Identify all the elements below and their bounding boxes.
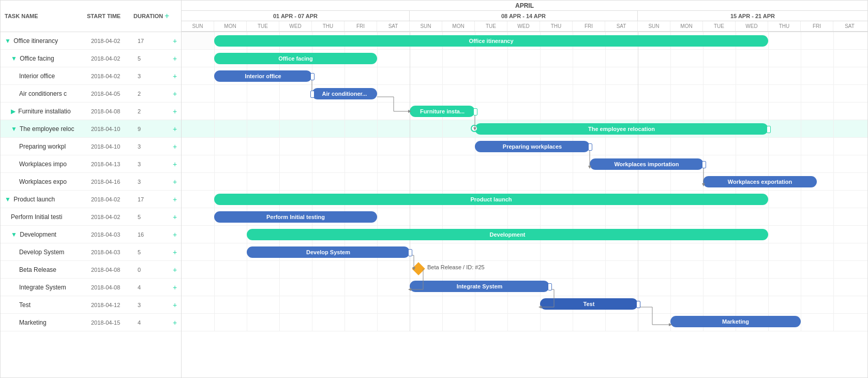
task-duration: 2 bbox=[138, 91, 169, 97]
task-start: 2018-04-02 bbox=[91, 214, 138, 220]
gantt-body: ▼ Office itinerancy 2018-04-02 17 + ▼ Of… bbox=[1, 32, 867, 377]
bar-handle[interactable] bbox=[588, 143, 592, 151]
bar-development[interactable]: Development bbox=[247, 229, 768, 240]
day-wed2: WED bbox=[507, 21, 540, 31]
day-fri3: FRI bbox=[801, 21, 833, 31]
task-row: Perform Initial testi 2018-04-02 5 + bbox=[1, 208, 181, 226]
right-panel: Office itinerancy Office facing Interior… bbox=[182, 32, 867, 377]
day-mon1: MON bbox=[214, 21, 247, 31]
task-start: 2018-04-02 bbox=[91, 55, 138, 62]
bar-test[interactable]: Test bbox=[540, 298, 638, 310]
add-task-button[interactable]: + bbox=[169, 37, 181, 45]
day-tue2: TUE bbox=[475, 21, 507, 31]
bar-handle[interactable] bbox=[636, 301, 640, 308]
bar-integrate-system[interactable]: Integrate System bbox=[410, 281, 549, 292]
add-task-button[interactable]: + bbox=[169, 160, 181, 168]
collapse-arrow[interactable]: ▶ bbox=[11, 108, 16, 115]
bar-preparing-workplaces[interactable]: Preparing workplaces bbox=[475, 141, 590, 152]
task-duration: 9 bbox=[138, 126, 169, 132]
grid-row bbox=[182, 296, 867, 314]
task-name: Beta Release bbox=[1, 266, 91, 273]
bar-handle[interactable] bbox=[408, 249, 412, 256]
day-thu3: THU bbox=[768, 21, 801, 31]
task-name: Test bbox=[1, 301, 91, 309]
task-start: 2018-04-08 bbox=[91, 267, 138, 273]
day-fri2: FRI bbox=[573, 21, 605, 31]
task-row: Integrate System 2018-04-08 4 + bbox=[1, 279, 181, 296]
add-task-button[interactable]: + bbox=[169, 90, 181, 98]
task-row: ▶ Furniture installatio 2018-04-08 2 + bbox=[1, 103, 181, 120]
day-thu1: THU bbox=[312, 21, 345, 31]
add-task-button[interactable]: + bbox=[169, 318, 181, 327]
bar-handle[interactable] bbox=[767, 126, 771, 133]
bar-air-conditioner[interactable]: Air conditioner... bbox=[312, 88, 377, 99]
task-name: Interior office bbox=[1, 72, 91, 80]
add-task-button[interactable]: + bbox=[169, 248, 181, 256]
bar-furniture-installation[interactable]: Furniture insta... bbox=[410, 106, 475, 117]
task-row: Beta Release 2018-04-08 0 + bbox=[1, 261, 181, 279]
bar-workplaces-importation[interactable]: Workplaces importation bbox=[590, 158, 704, 170]
left-panel-header: TASK NAME START TIME DURATION + bbox=[1, 1, 182, 32]
task-duration: 17 bbox=[138, 196, 169, 202]
bar-product-launch[interactable]: Product launch bbox=[214, 194, 768, 205]
gantt-container: TASK NAME START TIME DURATION + APRIL 01… bbox=[0, 0, 868, 378]
task-duration: 3 bbox=[138, 143, 169, 150]
task-duration: 5 bbox=[138, 55, 169, 62]
task-duration: 4 bbox=[138, 319, 169, 326]
task-start: 2018-04-08 bbox=[91, 108, 138, 114]
bar-handle[interactable] bbox=[548, 283, 552, 290]
add-task-button[interactable]: + bbox=[169, 54, 181, 63]
bar-handle[interactable] bbox=[310, 73, 315, 80]
task-duration: 16 bbox=[138, 231, 169, 238]
bar-handle[interactable] bbox=[702, 161, 706, 168]
bar-employee-relocation[interactable]: The employee relocation bbox=[475, 123, 768, 135]
bar-handle[interactable] bbox=[473, 108, 477, 115]
task-name: ▼ Development bbox=[1, 231, 91, 238]
add-task-button[interactable]: + bbox=[169, 72, 181, 80]
task-name: ▼ Product launch bbox=[1, 196, 91, 203]
milestone-circle bbox=[471, 125, 478, 132]
collapse-arrow[interactable]: ▼ bbox=[5, 196, 11, 203]
add-task-button[interactable]: + bbox=[169, 213, 181, 221]
bar-develop-system[interactable]: Develop System bbox=[247, 246, 410, 258]
task-start: 2018-04-08 bbox=[91, 284, 138, 290]
task-duration: 5 bbox=[138, 214, 169, 220]
task-duration: 2 bbox=[138, 108, 169, 114]
add-task-button[interactable]: + bbox=[169, 283, 181, 292]
task-row: Workplaces impo 2018-04-13 3 + bbox=[1, 155, 181, 173]
add-task-button[interactable]: + bbox=[169, 125, 181, 133]
task-row: ▼ Office itinerancy 2018-04-02 17 + bbox=[1, 32, 181, 50]
bar-workplaces-exportation[interactable]: Workplaces exportation bbox=[703, 176, 817, 187]
bar-office-facing[interactable]: Office facing bbox=[214, 53, 377, 64]
task-row: ▼ Development 2018-04-03 16 + bbox=[1, 226, 181, 243]
collapse-arrow[interactable]: ▼ bbox=[11, 125, 17, 133]
bar-handle[interactable] bbox=[310, 91, 315, 98]
collapse-arrow[interactable]: ▼ bbox=[11, 231, 17, 238]
add-task-button[interactable]: + bbox=[169, 178, 181, 186]
add-task-button[interactable]: + bbox=[169, 230, 181, 239]
week-label-2: 08 APR - 14 APR bbox=[410, 11, 638, 21]
day-sun3: SUN bbox=[638, 21, 670, 31]
add-task-button[interactable]: + bbox=[169, 266, 181, 274]
task-name: ▼ Office facing bbox=[1, 55, 91, 62]
day-mon2: MON bbox=[442, 21, 475, 31]
col-add-header[interactable]: + bbox=[164, 11, 177, 21]
bar-perform-initial-testing[interactable]: Perform Initial testing bbox=[214, 211, 377, 223]
add-task-button[interactable]: + bbox=[169, 107, 181, 115]
day-sun1: SUN bbox=[182, 21, 214, 31]
col-start-header: START TIME bbox=[87, 13, 133, 19]
task-name: Workplaces expo bbox=[1, 178, 91, 185]
task-name: Workplaces impo bbox=[1, 161, 91, 168]
task-start: 2018-04-02 bbox=[91, 196, 138, 202]
add-task-button[interactable]: + bbox=[169, 195, 181, 203]
collapse-arrow[interactable]: ▼ bbox=[11, 55, 17, 62]
bar-interior-office[interactable]: Interior office bbox=[214, 70, 312, 82]
task-name: ▼ The employee reloc bbox=[1, 125, 91, 133]
collapse-arrow[interactable]: ▼ bbox=[5, 37, 11, 45]
day-fri1: FRI bbox=[345, 21, 377, 31]
bar-marketing[interactable]: Marketing bbox=[670, 316, 801, 327]
add-task-button[interactable]: + bbox=[169, 142, 181, 151]
bar-beta-release-label: Beta Release / ID: #25 bbox=[427, 264, 485, 270]
add-task-button[interactable]: + bbox=[169, 301, 181, 309]
bar-office-itinerancy[interactable]: Office itinerancy bbox=[214, 35, 768, 47]
